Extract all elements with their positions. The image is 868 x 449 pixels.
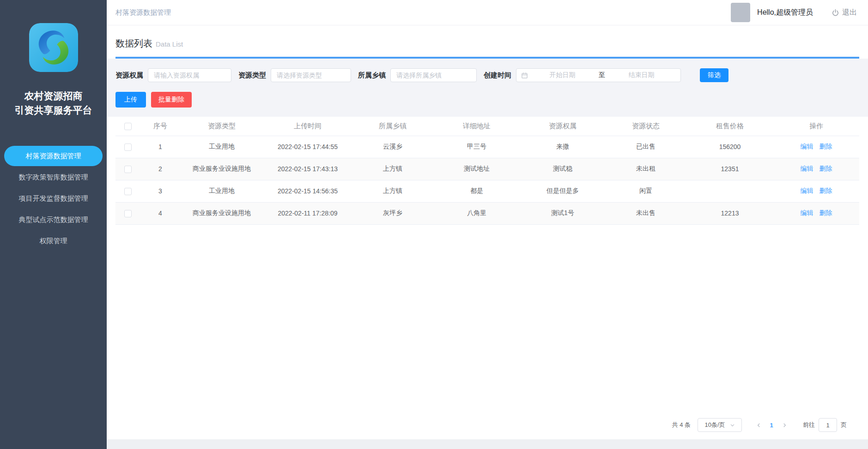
topbar: 村落资源数据管理 Hello,超级管理员 退出 <box>107 0 868 25</box>
sidebar-item-policy-thinktank[interactable]: 数字政策智库数据管理 <box>4 167 103 187</box>
table-row: 1 工业用地 2022-02-15 17:44:55 云溪乡 甲三号 来撒 已出… <box>115 136 859 158</box>
pagination-total: 共 4 条 <box>672 421 691 429</box>
sidebar-menu: 村落资源数据管理 数字政策智库数据管理 项目开发监督数据管理 典型试点示范数据管… <box>0 145 107 252</box>
filter-type-label: 资源类型 <box>238 71 266 80</box>
delete-link[interactable]: 删除 <box>819 209 832 216</box>
filter-created-label: 创建时间 <box>484 71 511 80</box>
sidebar: 农村资源招商 引资共享服务平台 村落资源数据管理 数字政策智库数据管理 项目开发… <box>0 0 107 449</box>
page-size-value: 10条/页 <box>704 421 725 429</box>
next-page-button[interactable] <box>778 418 791 432</box>
col-upload-time: 上传时间 <box>263 117 352 136</box>
user-greeting: Hello,超级管理员 <box>757 8 813 18</box>
table-row: 3 工业用地 2022-02-15 14:56:35 上方镇 都是 但是但是多 … <box>115 180 859 202</box>
page-number-current[interactable]: 1 <box>765 422 778 429</box>
filter-submit-button[interactable]: 筛选 <box>700 68 728 82</box>
table-header-row: 序号 资源类型 上传时间 所属乡镇 详细地址 资源权属 资源状态 租售价格 操作 <box>115 117 859 136</box>
table-row: 2 商业服务业设施用地 2022-02-15 17:43:13 上方镇 测试地址… <box>115 158 859 180</box>
avatar[interactable] <box>731 3 750 22</box>
chevron-left-icon <box>756 423 761 428</box>
filter-ownership-label: 资源权属 <box>115 71 143 80</box>
main-content: 村落资源数据管理 Hello,超级管理员 退出 数据列表Data List 资源… <box>107 0 868 449</box>
page-title: 数据列表 <box>115 38 152 48</box>
col-price: 租售价格 <box>686 117 773 136</box>
delete-link[interactable]: 删除 <box>819 187 832 194</box>
batch-delete-button[interactable]: 批量删除 <box>151 92 192 108</box>
col-address: 详细地址 <box>433 117 520 136</box>
page-head: 数据列表Data List <box>107 25 868 57</box>
topbar-right: Hello,超级管理员 退出 <box>731 3 857 22</box>
sidebar-item-pilot-demo[interactable]: 典型试点示范数据管理 <box>4 210 103 230</box>
edit-link[interactable]: 编辑 <box>801 143 813 150</box>
content-spacer <box>107 225 868 418</box>
goto-label: 前往 <box>803 421 815 429</box>
filter-ownership-input[interactable] <box>148 68 231 82</box>
col-status: 资源状态 <box>605 117 686 136</box>
col-ownership: 资源权属 <box>520 117 605 136</box>
edit-link[interactable]: 编辑 <box>801 187 813 194</box>
filter-ownership: 资源权属 <box>115 68 231 82</box>
col-town: 所属乡镇 <box>352 117 433 136</box>
date-separator: 至 <box>597 71 607 79</box>
sidebar-item-permissions[interactable]: 权限管理 <box>4 231 103 251</box>
date-end-placeholder: 结束日期 <box>607 71 676 79</box>
sidebar-item-village-resource[interactable]: 村落资源数据管理 <box>4 146 103 166</box>
pager: 1 <box>749 418 794 432</box>
delete-link[interactable]: 删除 <box>819 143 832 150</box>
filter-row: 资源权属 资源类型 所属乡镇 创建时间 开始日期 至 结束日期 <box>115 68 859 82</box>
chevron-down-icon <box>730 423 735 428</box>
filter-band: 资源权属 资源类型 所属乡镇 创建时间 开始日期 至 结束日期 <box>107 59 868 117</box>
row-checkbox[interactable] <box>124 188 132 195</box>
edit-link[interactable]: 编辑 <box>801 165 813 172</box>
col-operations: 操作 <box>773 117 859 136</box>
row-checkbox[interactable] <box>124 144 132 151</box>
breadcrumb[interactable]: 村落资源数据管理 <box>115 8 171 17</box>
logout-label: 退出 <box>842 8 857 18</box>
row-checkbox[interactable] <box>124 166 132 173</box>
chevron-right-icon <box>782 423 787 428</box>
footer-strip <box>107 439 868 449</box>
select-all-checkbox[interactable] <box>124 123 132 130</box>
filter-type: 资源类型 <box>238 68 351 82</box>
date-start-placeholder: 开始日期 <box>528 71 597 79</box>
data-table: 序号 资源类型 上传时间 所属乡镇 详细地址 资源权属 资源状态 租售价格 操作… <box>115 117 859 225</box>
upload-button[interactable]: 上传 <box>115 92 146 108</box>
sidebar-item-project-supervision[interactable]: 项目开发监督数据管理 <box>4 188 103 209</box>
delete-link[interactable]: 删除 <box>819 165 832 172</box>
filter-town-label: 所属乡镇 <box>358 71 386 80</box>
app-logo-icon <box>29 23 78 72</box>
power-icon <box>832 9 839 17</box>
prev-page-button[interactable] <box>752 418 765 432</box>
table-actions: 上传 批量删除 <box>115 92 859 108</box>
col-seq: 序号 <box>140 117 180 136</box>
page-size-select[interactable]: 10条/页 <box>698 418 742 432</box>
page-unit-label: 页 <box>841 421 847 429</box>
filter-town: 所属乡镇 <box>358 68 477 82</box>
pagination: 共 4 条 10条/页 1 前往 页 <box>107 418 868 432</box>
goto-page-input[interactable] <box>819 418 837 432</box>
col-resource-type: 资源类型 <box>180 117 263 136</box>
page-subtitle: Data List <box>156 40 183 48</box>
filter-created: 创建时间 开始日期 至 结束日期 <box>484 68 681 82</box>
date-range-picker[interactable]: 开始日期 至 结束日期 <box>516 68 681 82</box>
logout-button[interactable]: 退出 <box>832 8 857 18</box>
app-title: 农村资源招商 引资共享服务平台 <box>15 89 92 117</box>
filter-type-input[interactable] <box>271 68 351 82</box>
edit-link[interactable]: 编辑 <box>801 209 813 216</box>
calendar-icon <box>521 72 528 79</box>
row-checkbox[interactable] <box>124 210 132 217</box>
filter-town-input[interactable] <box>390 68 477 82</box>
table-row: 4 商业服务业设施用地 2022-02-11 17:28:09 灰坪乡 八角里 … <box>115 202 859 224</box>
